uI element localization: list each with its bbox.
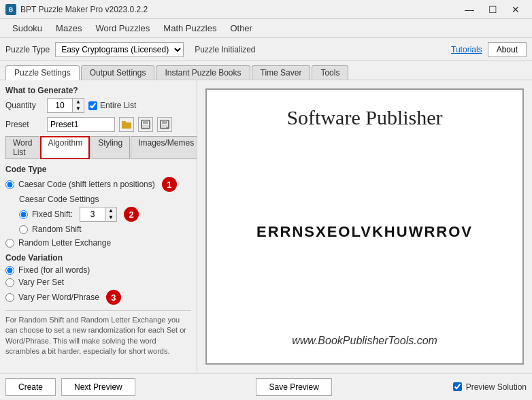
shift-spinner-buttons: ▲ ▼	[105, 207, 116, 221]
bottom-bar: Create Next Preview Save Preview Preview…	[0, 373, 532, 400]
tab-puzzle-settings[interactable]: Puzzle Settings	[5, 65, 80, 80]
fixed-all-words-row: Fixed (for all words)	[5, 265, 191, 275]
random-letter-exchange-radio[interactable]	[5, 239, 14, 248]
puzzle-type-select[interactable]: Easy Cryptograms (Licensed)	[55, 42, 184, 57]
caesar-code-radio[interactable]	[5, 180, 14, 189]
random-shift-row: Random Shift	[19, 224, 191, 234]
menu-other[interactable]: Other	[223, 20, 259, 36]
svg-rect-1	[122, 121, 126, 123]
preset-folder-button[interactable]	[119, 117, 134, 132]
preset-save-button[interactable]	[138, 117, 153, 132]
puzzle-status: Puzzle Initialized	[195, 45, 255, 54]
spinner-up[interactable]: ▲	[73, 99, 84, 105]
caesar-code-label[interactable]: Caesar Code (shift letters n positions)	[18, 180, 155, 189]
random-letter-exchange-row: Random Letter Exchange	[5, 238, 191, 248]
vary-per-set-label[interactable]: Vary Per Set	[18, 278, 64, 287]
preview-code: ERRNSXEOLVKHUWRROV	[256, 223, 473, 241]
random-shift-radio[interactable]	[19, 225, 28, 234]
menu-sudoku[interactable]: Sudoku	[5, 20, 49, 36]
vary-per-word-label[interactable]: Vary Per Word/Phrase	[18, 293, 99, 302]
save-preview-button[interactable]: Save Preview	[256, 378, 331, 396]
svg-rect-6	[162, 120, 167, 124]
code-type-heading: Code Type	[5, 165, 191, 174]
maximize-button[interactable]: ☐	[482, 3, 503, 16]
svg-rect-4	[143, 125, 148, 128]
shift-spinner-down[interactable]: ▼	[105, 214, 116, 221]
next-preview-button[interactable]: Next Preview	[61, 378, 135, 396]
badge-three: 3	[106, 290, 121, 305]
svg-rect-3	[143, 120, 148, 124]
puzzle-type-label: Puzzle Type	[5, 45, 50, 54]
entire-list-checkbox[interactable]	[88, 101, 97, 110]
fixed-shift-spinner[interactable]: ▲ ▼	[80, 207, 117, 222]
preview-solution-row: Preview Solution	[453, 382, 527, 392]
sub-tab-bar: Word List Algorithm Styling Images/Memes	[5, 136, 191, 159]
entire-list-container: Entire List	[88, 101, 136, 110]
preview-box: Software Publisher ERRNSXEOLVKHUWRROV ww…	[205, 88, 524, 365]
main-content: What to Generate? Quantity ▲ ▼ Entire Li…	[0, 80, 532, 373]
minimize-button[interactable]: —	[459, 3, 480, 16]
quantity-row: Quantity ▲ ▼ Entire List	[5, 98, 191, 113]
app-icon: B	[5, 4, 16, 15]
vary-per-word-radio[interactable]	[5, 293, 14, 302]
sub-tab-word-list[interactable]: Word List	[5, 136, 39, 159]
sub-tab-styling[interactable]: Styling	[90, 136, 130, 159]
menu-word-puzzles[interactable]: Word Puzzles	[88, 20, 156, 36]
menu-bar: Sudoku Mazes Word Puzzles Math Puzzles O…	[0, 19, 532, 38]
caesar-code-row: Caesar Code (shift letters n positions) …	[5, 177, 191, 192]
menu-math-puzzles[interactable]: Math Puzzles	[156, 20, 223, 36]
sub-tab-algorithm[interactable]: Algorithm	[40, 136, 90, 159]
spinner-down[interactable]: ▼	[73, 105, 84, 112]
spinner-buttons: ▲ ▼	[72, 99, 84, 112]
about-button[interactable]: About	[488, 42, 527, 57]
preview-solution-label[interactable]: Preview Solution	[466, 382, 527, 392]
info-text: For Random Shift and Random Letter Excha…	[5, 310, 191, 357]
svg-rect-0	[122, 122, 131, 129]
app-title: BPT Puzzle Maker Pro v2023.0.2.2	[20, 5, 459, 14]
fixed-shift-label[interactable]: Fixed Shift:	[32, 210, 73, 219]
preview-title: Software Publisher	[286, 106, 442, 129]
preset-saveas-button[interactable]: +	[157, 117, 172, 132]
svg-text:+: +	[166, 125, 169, 129]
tab-time-saver[interactable]: Time Saver	[252, 65, 311, 80]
random-letter-exchange-label[interactable]: Random Letter Exchange	[18, 238, 111, 248]
title-bar: B BPT Puzzle Maker Pro v2023.0.2.2 — ☐ ✕	[0, 0, 532, 19]
what-to-generate-heading: What to Generate?	[5, 86, 191, 95]
preset-row: Preset +	[5, 117, 191, 132]
fixed-all-radio[interactable]	[5, 266, 14, 275]
caesar-settings-title: Caesar Code Settings	[19, 195, 191, 204]
entire-list-label[interactable]: Entire List	[100, 101, 136, 110]
quantity-input[interactable]	[48, 99, 72, 112]
caesar-settings-block: Caesar Code Settings Fixed Shift: ▲ ▼ 2 …	[5, 195, 191, 234]
tab-output-settings[interactable]: Output Settings	[81, 65, 155, 80]
vary-per-set-radio[interactable]	[5, 278, 14, 287]
quantity-spinner[interactable]: ▲ ▼	[47, 98, 84, 113]
tab-tools[interactable]: Tools	[312, 65, 348, 80]
close-button[interactable]: ✕	[505, 3, 527, 16]
tab-instant-puzzle-books[interactable]: Instant Puzzle Books	[156, 65, 250, 80]
fixed-all-label[interactable]: Fixed (for all words)	[18, 265, 90, 275]
menu-mazes[interactable]: Mazes	[49, 20, 88, 36]
badge-two: 2	[124, 207, 139, 222]
fixed-shift-row: Fixed Shift: ▲ ▼ 2	[19, 207, 191, 222]
code-variation-heading: Code Variation	[5, 253, 191, 263]
fixed-shift-radio[interactable]	[19, 210, 28, 219]
vary-per-set-row: Vary Per Set	[5, 278, 191, 287]
vary-per-word-row: Vary Per Word/Phrase 3	[5, 290, 191, 305]
sub-tab-images-memes[interactable]: Images/Memes	[131, 136, 197, 159]
window-controls: — ☐ ✕	[459, 3, 527, 16]
preset-label: Preset	[5, 120, 43, 129]
right-panel: Software Publisher ERRNSXEOLVKHUWRROV ww…	[197, 80, 532, 373]
shift-spinner-up[interactable]: ▲	[105, 207, 116, 214]
create-button[interactable]: Create	[5, 378, 56, 396]
preview-solution-checkbox[interactable]	[453, 382, 462, 391]
preset-input[interactable]	[47, 117, 115, 132]
quantity-label: Quantity	[5, 101, 43, 110]
random-shift-label[interactable]: Random Shift	[32, 224, 82, 234]
tutorials-link[interactable]: Tutorials	[451, 45, 482, 54]
tab-bar: Puzzle Settings Output Settings Instant …	[0, 61, 532, 80]
left-panel: What to Generate? Quantity ▲ ▼ Entire Li…	[0, 80, 197, 373]
fixed-shift-input[interactable]	[80, 207, 105, 221]
toolbar: Puzzle Type Easy Cryptograms (Licensed) …	[0, 38, 532, 61]
preview-url: www.BookPublisherTools.com	[292, 335, 437, 347]
